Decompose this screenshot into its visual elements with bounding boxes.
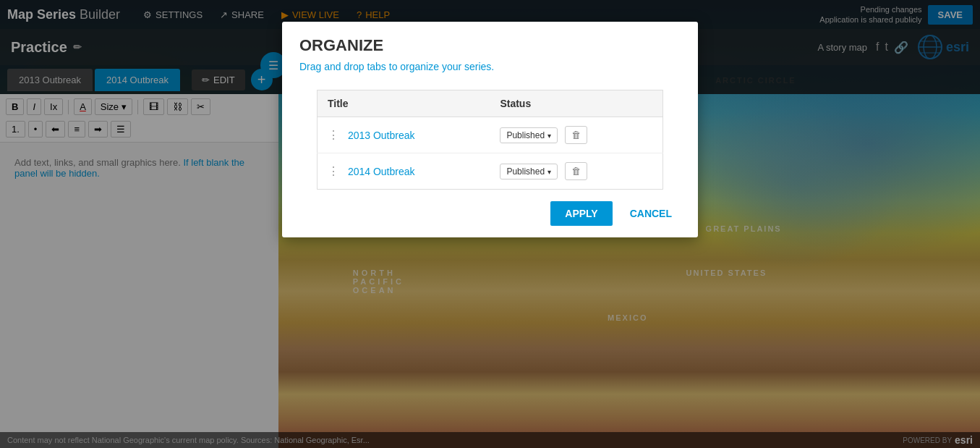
modal-footer: APPLY CANCEL	[282, 190, 698, 237]
organize-table: Title Status ⋮ 2013 Outbreak Published	[317, 90, 663, 190]
trash-icon-1: 🗑	[571, 130, 581, 140]
delete-row-2-button[interactable]: 🗑	[565, 162, 587, 180]
row-1-title-link[interactable]: 2013 Outbreak	[348, 130, 415, 141]
trash-icon-2: 🗑	[571, 166, 581, 177]
table-row: ⋮ 2013 Outbreak Published ▾ 🗑	[318, 117, 663, 153]
modal-header: ORGANIZE Drag and drop tabs to organize …	[282, 22, 698, 90]
row-1-status-cell: Published ▾ 🗑	[490, 117, 662, 153]
table-header-row: Title Status	[318, 90, 663, 117]
modal-title: ORGANIZE	[299, 36, 681, 55]
status-text-1: Published	[506, 130, 545, 140]
status-caret-1: ▾	[547, 132, 551, 140]
drag-handle-2[interactable]: ⋮	[328, 165, 339, 177]
status-text-2: Published	[506, 166, 545, 177]
col-header-title: Title	[318, 90, 490, 117]
apply-button[interactable]: APPLY	[550, 201, 612, 226]
row-2-title-link[interactable]: 2014 Outbreak	[348, 166, 415, 177]
delete-row-1-button[interactable]: 🗑	[565, 126, 587, 144]
status-caret-2: ▾	[547, 168, 551, 176]
organize-modal: ORGANIZE Drag and drop tabs to organize …	[282, 22, 698, 237]
modal-overlay: ORGANIZE Drag and drop tabs to organize …	[0, 0, 980, 448]
row-2-title-cell: ⋮ 2014 Outbreak	[318, 153, 490, 190]
col-header-status: Status	[490, 90, 662, 117]
drag-handle-1[interactable]: ⋮	[328, 129, 339, 141]
modal-table-wrapper: Title Status ⋮ 2013 Outbreak Published	[282, 90, 698, 190]
status-badge-2[interactable]: Published ▾	[500, 164, 558, 179]
cancel-button[interactable]: CANCEL	[621, 201, 681, 226]
row-2-status-cell: Published ▾ 🗑	[490, 153, 662, 190]
status-badge-1[interactable]: Published ▾	[500, 127, 558, 143]
table-row: ⋮ 2014 Outbreak Published ▾ 🗑	[318, 153, 663, 190]
modal-subtitle: Drag and drop tabs to organize your seri…	[299, 61, 681, 72]
row-1-title-cell: ⋮ 2013 Outbreak	[318, 117, 490, 153]
